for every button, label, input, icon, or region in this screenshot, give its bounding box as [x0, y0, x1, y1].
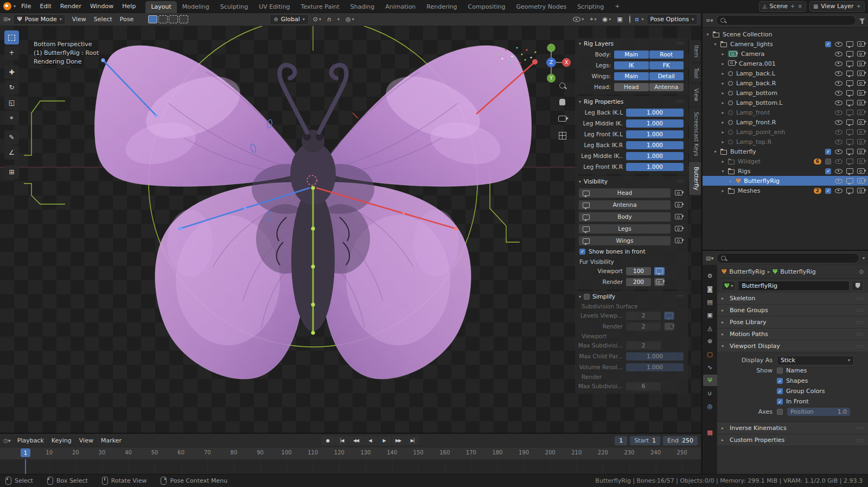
rig-property-slider-leg-front-ik-r[interactable]: 1.000	[626, 163, 684, 171]
hide-eye-icon[interactable]	[835, 110, 843, 115]
proportional-edit-dropdown[interactable]: ◎▾	[344, 15, 356, 23]
hide-eye-icon[interactable]	[835, 91, 843, 96]
pose-options-dropdown[interactable]: Pose Options ▾	[647, 14, 698, 25]
workspace-tab-shading[interactable]: Shading	[345, 1, 380, 13]
properties-search-input[interactable]	[717, 253, 859, 263]
expand-arrow-icon[interactable]: ▸	[720, 110, 726, 115]
disable-render-icon[interactable]	[857, 159, 865, 164]
simplify-header[interactable]: ▾Simplify∷∷	[575, 291, 688, 302]
properties-tab-physics[interactable]: ◎	[703, 401, 717, 412]
disable-viewport-icon[interactable]	[846, 168, 853, 174]
frame-start-field[interactable]: Start 1	[630, 436, 660, 445]
gizmo-axis-ball[interactable]	[547, 44, 555, 52]
camera-view-icon[interactable]	[558, 116, 566, 122]
rig-property-slider-leg-middle-ik[interactable]: 1.000	[626, 152, 684, 160]
show-shapes-checkbox[interactable]: ✓Shapes	[777, 377, 808, 384]
add-workspace-button[interactable]: +	[610, 1, 624, 12]
transport-jump-to-start[interactable]: |◀	[335, 436, 349, 445]
visibility-toggle-legs[interactable]: Legs	[579, 224, 671, 233]
expand-arrow-icon[interactable]: ▸	[720, 100, 726, 105]
chevron-down-icon[interactable]: ▾	[863, 256, 865, 261]
editor-type-icon[interactable]: ≡▾	[706, 17, 713, 23]
panel-custom-properties[interactable]: ▸Custom Properties∷∷	[717, 434, 868, 446]
workspace-tab-animation[interactable]: Animation	[380, 1, 421, 13]
tool-scale[interactable]: ◱	[4, 96, 19, 110]
disable-render-icon[interactable]	[857, 129, 865, 135]
new-scene-icon[interactable]: +	[790, 3, 795, 9]
outliner-row-lamp-bottom[interactable]: ▸Lamp_bottom	[703, 88, 868, 98]
rig-layer-button-fk[interactable]: FK	[649, 61, 684, 69]
outliner-row-wiidget[interactable]: ▸Wiidget6	[703, 156, 868, 166]
screen-toggle[interactable]	[654, 267, 665, 275]
outliner-row-camera-001[interactable]: ▸Camera.001	[703, 59, 868, 68]
transport-play[interactable]: ▶	[378, 436, 391, 445]
transform-orientation-select[interactable]: ⊕ Global ▾	[270, 14, 309, 25]
rig-layer-button-head[interactable]: Head	[614, 83, 649, 91]
rig-property-slider-leg-back-ik-l[interactable]: 1.000	[626, 109, 684, 117]
outliner-row-butterfly[interactable]: ▾Butterfly✓	[703, 147, 868, 156]
simplify-max-subdivisi-value[interactable]: 2	[626, 341, 661, 350]
panel-pose-library[interactable]: ▸Pose Library∷∷	[717, 317, 868, 328]
select-mode-subtract[interactable]	[169, 15, 178, 23]
outliner-row-lamp-bottom-l[interactable]: ▸Lamp_bottom.L	[703, 98, 868, 107]
display-as-dropdown[interactable]: Stick▾	[777, 356, 854, 365]
expand-arrow-icon[interactable]: ▸	[720, 188, 726, 193]
viewport-menu-select[interactable]: Select	[90, 15, 116, 24]
browse-data-button[interactable]: Ψ ▾	[722, 281, 736, 291]
rig-layer-button-main[interactable]: Main	[614, 50, 649, 59]
disable-viewport-icon[interactable]	[846, 119, 853, 125]
select-mode-set[interactable]	[148, 15, 157, 23]
rig-property-slider-leg-front-ik-l[interactable]: 1.000	[626, 130, 684, 138]
outliner-row-lamp-top-r[interactable]: ▸Lamp_top.R	[703, 137, 868, 147]
tool-annotate[interactable]: ✎	[4, 130, 19, 144]
simplify-levels-viewp-value[interactable]: 2	[626, 312, 661, 320]
sidebar-tab-tool[interactable]: Tool	[689, 63, 701, 83]
mode-select[interactable]: Ψ Pose Mode ▾	[13, 14, 65, 25]
properties-tab-texture[interactable]: ▩	[703, 427, 717, 438]
select-mode-extend[interactable]	[158, 15, 168, 23]
render-visibility-legs[interactable]	[673, 226, 684, 231]
simplify-volume-resol-value[interactable]: 1.000	[626, 363, 684, 371]
properties-tab-view-layer[interactable]: ▣	[703, 309, 717, 321]
fur-render-value[interactable]: 200	[626, 278, 651, 286]
new-view-layer-icon[interactable]: +	[857, 3, 861, 9]
hide-eye-icon[interactable]	[835, 71, 843, 76]
render-visibility-body[interactable]	[673, 214, 684, 219]
sidebar-tab-butterfly[interactable]: Butterfly	[689, 162, 701, 195]
expand-arrow-icon[interactable]: ▸	[720, 130, 726, 135]
outliner-row-lamp-front-r[interactable]: ▸Lamp_front.R	[703, 117, 868, 127]
shading-dropdown-icon[interactable]: ▾	[642, 17, 644, 22]
pan-hand-icon[interactable]	[559, 99, 565, 105]
visibility-toggle-head[interactable]: Head	[579, 188, 671, 198]
editor-type-icon[interactable]: ◷▾	[3, 438, 11, 444]
viewport-canvas[interactable]: X Y Z Bottom Perspective (1) ButterflyRi…	[0, 26, 701, 433]
transport-play-reverse[interactable]: ◀	[363, 436, 377, 445]
sidebar-tab-item[interactable]: Item	[689, 40, 701, 62]
disable-viewport-icon[interactable]	[846, 51, 853, 56]
tool-transform[interactable]: ⌖	[4, 111, 19, 125]
outliner-row-scene-collection[interactable]: ▾Scene Collection	[703, 29, 868, 39]
disable-render-icon[interactable]	[857, 178, 865, 184]
show-in-front-checkbox[interactable]: ✓In Front	[777, 398, 809, 405]
workspace-tab-texture-paint[interactable]: Texture Paint	[296, 1, 345, 13]
outliner-row-lamp-back-r[interactable]: ▸Lamp_back.R	[703, 78, 868, 88]
transport-prev-keyframe[interactable]: ◀◀	[349, 436, 363, 445]
workspace-tab-sculpting[interactable]: Sculpting	[215, 1, 253, 13]
hide-eye-icon[interactable]	[835, 42, 843, 47]
disable-viewport-icon[interactable]	[846, 61, 853, 66]
simplify-max-subdivisi-value[interactable]: 6	[626, 382, 661, 390]
properties-tab-world[interactable]: ⊕	[703, 336, 717, 347]
menu-file[interactable]: File	[17, 2, 35, 11]
breadcrumb-data[interactable]: ButterflyRig	[780, 268, 816, 275]
panel-motion-paths[interactable]: ▸Motion Paths∷∷	[717, 328, 868, 340]
outliner-row-lamp-back-l[interactable]: ▸Lamp_back.L	[703, 68, 868, 78]
rig-layer-button-detail[interactable]: Detail	[649, 72, 684, 80]
disable-viewport-icon[interactable]	[846, 139, 853, 144]
disable-render-icon[interactable]	[857, 51, 865, 56]
exclude-checkbox[interactable]	[825, 159, 831, 165]
rig-property-slider-leg-middle-ik[interactable]: 1.000	[626, 119, 684, 128]
properties-tab-data[interactable]: Ψ	[703, 375, 717, 386]
viewport-menu-pose[interactable]: Pose	[116, 15, 137, 24]
menu-edit[interactable]: Edit	[35, 2, 55, 11]
expand-arrow-icon[interactable]: ▾	[712, 42, 718, 47]
